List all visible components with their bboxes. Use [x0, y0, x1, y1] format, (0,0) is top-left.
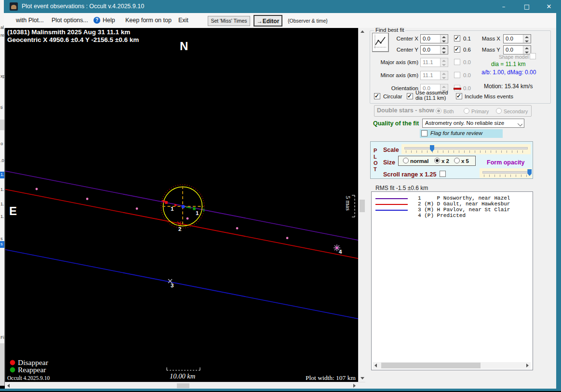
- titlebar[interactable]: Plot event observations : Occult v.4.202…: [4, 0, 561, 13]
- observer-row-1[interactable]: 1 P Nosworthy, near Hazel: [418, 195, 510, 201]
- center-x-input[interactable]: 0.0: [420, 34, 448, 43]
- quality-combobox[interactable]: Astrometry only. No reliable size: [422, 119, 524, 128]
- spin-up-icon[interactable]: [441, 35, 448, 39]
- plot-horizontal-scrollbar[interactable]: [5, 382, 365, 389]
- center-y-input[interactable]: 0.0: [420, 45, 448, 54]
- bg-fragment: 1.: [0, 214, 4, 219]
- flag-review-row: Flag for future review: [420, 129, 503, 138]
- step-y-checkbox[interactable]: [454, 46, 460, 53]
- set-miss-times-button[interactable]: Set 'Miss' Times: [208, 16, 250, 26]
- observer-row-4[interactable]: 4 (P) Predicted: [418, 213, 466, 218]
- radio-size-normal[interactable]: [403, 158, 409, 163]
- plot-letter-p: P: [374, 148, 377, 153]
- occult-version: Occult 4.2025.9.10: [7, 375, 50, 381]
- scroll-up-icon[interactable]: [361, 30, 364, 33]
- form-opacity-label: Form opacity: [487, 159, 525, 166]
- include-miss-checkbox[interactable]: [456, 93, 462, 99]
- menu-help[interactable]: Help: [103, 17, 115, 24]
- minor-axis-input: 11.1: [420, 71, 448, 80]
- plot-width-label: Plot width: 107 km: [306, 374, 356, 381]
- scroll-left-icon[interactable]: [7, 384, 10, 388]
- list-horizontal-scrollbar[interactable]: [373, 362, 531, 369]
- marker-label-4: 4: [339, 249, 342, 255]
- plot-letter-l: L: [374, 154, 377, 160]
- plot-svg: 1 1 2 3: [5, 28, 359, 382]
- step-x-checkbox[interactable]: [454, 35, 460, 41]
- spin-up-icon[interactable]: [523, 46, 531, 50]
- km-scale-label: 10.00 km: [170, 372, 195, 380]
- east-label: E: [9, 204, 17, 217]
- scale-slider[interactable]: [401, 144, 531, 154]
- minimize-icon[interactable]: –: [494, 0, 514, 13]
- radio-size-x5-label: x 5: [461, 158, 469, 164]
- observations-list[interactable]: 1 P Nosworthy, near Hazel 2 (M) D Gault,…: [371, 191, 533, 370]
- list-scroll-thumb[interactable]: [381, 363, 481, 368]
- scroll-right-icon[interactable]: [353, 384, 356, 388]
- plot-letter-o: O: [374, 160, 378, 166]
- menubar: with Plot... Plot options... Help Keep f…: [4, 13, 561, 28]
- radio-size-x5[interactable]: [454, 158, 460, 163]
- double-stars-label: Double stars - show: [377, 107, 434, 114]
- marker-label-1r: 1: [196, 210, 199, 216]
- chord4-legend-line: [375, 216, 408, 217]
- marker-label-1d: 1: [171, 206, 174, 212]
- menu-exit[interactable]: Exit: [178, 17, 188, 24]
- plot-letter-t: T: [374, 166, 377, 172]
- scroll-down-icon[interactable]: [361, 377, 364, 379]
- plot-vertical-scrollbar[interactable]: [358, 28, 366, 382]
- chevron-down-icon: [518, 122, 522, 126]
- flag-review-label: Flag for future review: [430, 130, 482, 136]
- mass-y-input[interactable]: 0.0: [503, 45, 531, 54]
- vscroll-thumb[interactable]: [360, 200, 365, 212]
- scroll-right-icon[interactable]: [526, 364, 529, 367]
- chord-color-sample: [454, 88, 461, 90]
- spin-up-icon[interactable]: [441, 46, 448, 50]
- window-border-bottom: [0, 389, 561, 391]
- opacity-slider[interactable]: [480, 168, 532, 178]
- flag-review-checkbox[interactable]: [421, 130, 427, 136]
- bg-fragment: s: [0, 242, 4, 246]
- editor-button[interactable]: →Editor: [254, 15, 282, 27]
- spin-down-icon[interactable]: [441, 39, 448, 43]
- spin-up-icon[interactable]: [523, 35, 531, 39]
- menu-plot-options[interactable]: Plot options...: [52, 17, 88, 24]
- north-label: N: [180, 40, 188, 53]
- mass-x-input[interactable]: 0.0: [503, 34, 531, 43]
- chord3-legend-line: [375, 210, 408, 211]
- menu-with-plot[interactable]: with Plot...: [16, 17, 44, 24]
- bg-fragment: ti: [0, 105, 4, 110]
- marker-label-2: 2: [178, 226, 181, 232]
- rms-fit-label: RMS fit -1.5 ±0.6 km: [375, 185, 428, 191]
- radio-both-label: Both: [443, 108, 454, 114]
- disappear-dot: [10, 360, 15, 365]
- bg-fragment: .0: [0, 158, 4, 163]
- use-assumed-checkbox[interactable]: [407, 93, 413, 99]
- spin-down-icon[interactable]: [441, 50, 448, 54]
- occultation-plot[interactable]: 1 1 2 3: [5, 28, 359, 382]
- shape-model-checkbox[interactable]: [530, 53, 536, 59]
- bg-fragment: o: [0, 141, 4, 146]
- bg-fragment: 1.: [0, 172, 4, 177]
- observer-row-2[interactable]: 2 (M) D Gault, near Hawkesbur: [418, 201, 510, 207]
- bg-fragment: re: [0, 33, 4, 38]
- include-miss-label: Include Miss events: [465, 94, 513, 99]
- radio-size-x2[interactable]: [434, 158, 440, 163]
- shape-model-label: Shape model: [499, 54, 529, 60]
- mass-x-label: Mass X: [481, 36, 500, 41]
- dia-text: dia = 11.1 km: [491, 61, 525, 68]
- help-icon[interactable]: [94, 17, 100, 24]
- observer-time-label: {Observer & time}: [288, 18, 328, 24]
- circular-checkbox[interactable]: [374, 93, 380, 99]
- spin-down-icon[interactable]: [523, 39, 531, 43]
- major-axis-step-checkbox: [454, 59, 460, 65]
- scroll-range-checkbox[interactable]: [440, 171, 446, 177]
- scroll-left-icon[interactable]: [374, 364, 377, 367]
- bg-fragment: xp: [0, 74, 4, 79]
- hscroll-thumb[interactable]: [177, 383, 189, 388]
- maximize-icon[interactable]: □: [517, 0, 537, 13]
- menu-keep-on-top[interactable]: Keep form on top: [125, 17, 172, 24]
- circular-label: Circular: [383, 94, 402, 99]
- observer-row-3[interactable]: 3 (M) H Pavlov, near St Clair: [418, 207, 510, 213]
- use-assumed-label-2: dia (11.1 km): [415, 95, 446, 101]
- radio-size-normal-label: normal: [410, 158, 428, 164]
